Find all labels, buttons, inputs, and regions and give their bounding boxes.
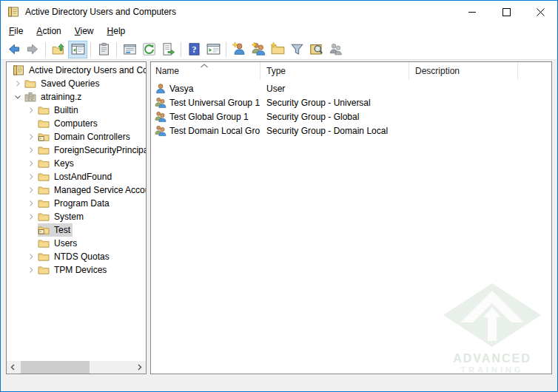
group-icon xyxy=(155,125,167,137)
filter-button[interactable] xyxy=(287,41,306,58)
forward-arrow-icon xyxy=(26,42,40,56)
menu-view[interactable]: View xyxy=(68,24,101,38)
expand-chevron-icon[interactable] xyxy=(11,79,24,88)
tree-item-system[interactable]: System xyxy=(7,210,146,223)
folder-icon xyxy=(38,197,50,209)
tree-item-root[interactable]: Active Directory Users and Com xyxy=(7,64,146,77)
tree-item-test[interactable]: Test xyxy=(7,223,146,237)
expand-chevron-icon[interactable] xyxy=(24,252,38,261)
status-bar xyxy=(1,376,557,391)
tree-item-label: Keys xyxy=(54,158,74,169)
menu-help[interactable]: Help xyxy=(101,24,132,38)
tree-item-lostandfound[interactable]: LostAndFound xyxy=(7,170,146,183)
minimize-icon xyxy=(468,8,476,16)
tree-item-label: Users xyxy=(54,238,77,249)
list-row-test-global-group-1[interactable]: Test Global Group 1 Security Group - Glo… xyxy=(151,109,551,124)
tree-item-label: Builtin xyxy=(54,105,78,115)
menu-file[interactable]: File xyxy=(2,24,30,38)
item-name: Test Domain Local Gro... xyxy=(169,126,260,136)
tree-item-managed-service-accounts[interactable]: Managed Service Accounts xyxy=(7,183,146,197)
up-one-level-button[interactable] xyxy=(49,41,68,58)
chevron-left-icon xyxy=(10,364,16,371)
show-action-pane-button[interactable] xyxy=(204,41,223,58)
forward-button[interactable] xyxy=(23,41,42,58)
tree-item-program-data[interactable]: Program Data xyxy=(7,197,146,210)
expand-chevron-icon[interactable] xyxy=(24,212,38,221)
list-row-test-domain-local-group[interactable]: Test Domain Local Gro... Security Group … xyxy=(151,124,551,138)
show-console-tree-button[interactable] xyxy=(68,41,87,58)
ou-folder-icon xyxy=(38,224,50,236)
menubar: File Action View Help xyxy=(1,23,557,39)
advanced-training-logo-icon xyxy=(442,283,542,347)
back-button[interactable] xyxy=(4,41,23,58)
list-row-vasya[interactable]: Vasya User xyxy=(151,81,551,95)
refresh-button[interactable] xyxy=(139,41,158,58)
expand-chevron-icon[interactable] xyxy=(24,266,38,274)
tree-item-tpm-devices[interactable]: TPM Devices xyxy=(7,263,146,277)
tree-item-domain-controllers[interactable]: Domain Controllers xyxy=(7,130,146,143)
new-user-icon xyxy=(232,42,246,56)
tree-item-computers[interactable]: Computers xyxy=(7,117,146,130)
help-icon xyxy=(187,42,201,56)
list-row-test-universal-group-1[interactable]: Test Universal Group 1 Security Group - … xyxy=(151,95,551,109)
expand-chevron-icon[interactable] xyxy=(24,186,38,195)
change-context-button[interactable] xyxy=(326,41,345,58)
console-tree-pane: Active Directory Users and Com Saved Que… xyxy=(6,61,147,374)
help-button[interactable] xyxy=(184,41,204,58)
scrollbar-thumb[interactable] xyxy=(21,361,90,374)
app-icon xyxy=(7,6,19,18)
chevron-right-icon xyxy=(136,364,143,371)
selected-tree-item[interactable]: Test xyxy=(38,223,73,237)
ou-folder-icon xyxy=(38,131,50,143)
find-icon xyxy=(309,42,323,56)
expand-chevron-icon[interactable] xyxy=(24,199,38,208)
expand-chevron-icon[interactable] xyxy=(24,146,38,155)
domain-icon xyxy=(24,91,36,103)
group-icon xyxy=(155,111,167,123)
content-area: Active Directory Users and Com Saved Que… xyxy=(1,60,557,376)
toolbar xyxy=(1,39,557,60)
item-name: Test Universal Group 1 xyxy=(169,98,260,108)
tree-item-builtin[interactable]: Builtin xyxy=(7,104,146,117)
maximize-button[interactable] xyxy=(489,1,523,23)
tree-item-foreignsecurityprincipals[interactable]: ForeignSecurityPrincipals xyxy=(7,143,146,157)
tree-item-keys[interactable]: Keys xyxy=(7,157,146,170)
export-list-icon xyxy=(161,42,175,56)
minimize-button[interactable] xyxy=(455,1,489,23)
menu-action[interactable]: Action xyxy=(30,24,67,38)
properties-button[interactable] xyxy=(120,41,139,58)
tree-item-atraining-z[interactable]: atraining.z xyxy=(7,90,146,104)
new-user-button[interactable] xyxy=(229,41,249,58)
scroll-right-button[interactable] xyxy=(133,361,146,374)
column-label: Description xyxy=(415,66,460,76)
export-list-button[interactable] xyxy=(158,41,178,58)
column-header-description[interactable]: Description xyxy=(409,62,518,80)
clipboard-button[interactable] xyxy=(94,41,113,58)
close-button[interactable] xyxy=(523,1,557,23)
collapse-chevron-icon[interactable] xyxy=(11,92,24,101)
item-type: Security Group - Universal xyxy=(260,98,409,108)
item-type: Security Group - Global xyxy=(260,112,409,122)
tree-item-label: Program Data xyxy=(54,198,110,209)
properties-window-icon xyxy=(123,42,137,56)
tree-horizontal-scrollbar[interactable] xyxy=(7,361,146,374)
new-group-icon xyxy=(252,42,266,56)
new-group-button[interactable] xyxy=(249,41,268,58)
tree-item-saved-queries[interactable]: Saved Queries xyxy=(7,77,146,90)
find-button[interactable] xyxy=(306,41,326,58)
expand-chevron-icon[interactable] xyxy=(24,132,38,141)
column-label: Type xyxy=(266,66,286,76)
column-label: Name xyxy=(155,66,179,76)
expand-chevron-icon[interactable] xyxy=(24,172,38,181)
scrollbar-track[interactable] xyxy=(19,361,133,374)
folder-icon xyxy=(38,264,50,276)
expand-chevron-icon[interactable] xyxy=(24,159,38,168)
new-ou-button[interactable] xyxy=(268,41,287,58)
expand-chevron-icon[interactable] xyxy=(24,106,38,115)
column-header-type[interactable]: Type xyxy=(260,62,409,80)
list-header: Name Type Description xyxy=(151,62,551,80)
scroll-left-button[interactable] xyxy=(7,361,19,374)
tree-item-ntds-quotas[interactable]: NTDS Quotas xyxy=(7,250,146,263)
tree-item-label: Test xyxy=(54,225,70,235)
tree-item-users[interactable]: Users xyxy=(7,237,146,250)
